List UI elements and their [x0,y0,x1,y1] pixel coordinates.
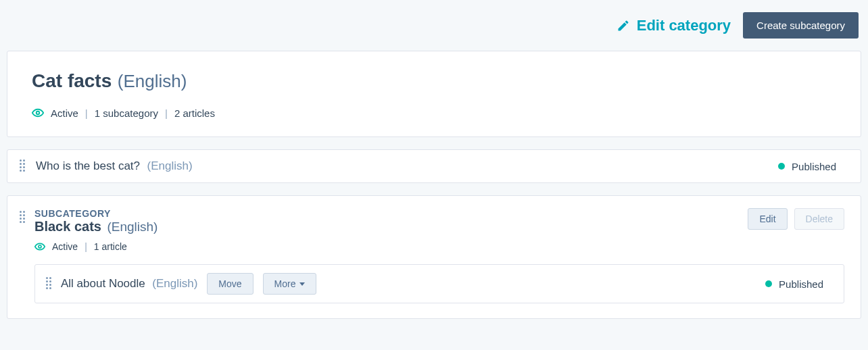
separator: | [85,107,88,119]
article-count: 2 articles [174,107,215,119]
more-button[interactable]: More [263,273,317,295]
article-language: (English) [147,159,192,172]
edit-category-link[interactable]: Edit category [617,17,731,34]
subcategory-status: Active [52,241,78,252]
chevron-down-icon [299,282,305,286]
edit-button[interactable]: Edit [748,208,787,230]
subcategory-title: Black cats [34,219,101,234]
nested-article-status: Published [765,278,823,290]
edit-category-label: Edit category [637,17,731,34]
svg-point-0 [37,111,40,115]
category-status: Active [51,107,78,119]
svg-point-1 [39,245,41,248]
drag-handle-icon[interactable] [20,211,25,224]
article-status: Published [778,161,836,172]
subcategory-info: SUBCATEGORY Black cats (English) Active … [34,208,158,252]
eye-icon [32,107,44,119]
delete-button[interactable]: Delete [794,208,844,230]
subcategory-title-wrap: Black cats (English) [34,219,158,234]
nested-article-title: All about Noodle [61,277,145,290]
subcategory-count: 1 subcategory [95,107,158,119]
subcategory-language: (English) [107,220,158,234]
nested-article-left: All about Noodle (English) Move More [46,273,316,295]
subcategory-meta: Active | 1 article [34,241,158,252]
article-title-wrap: Who is the best cat? (English) [36,159,193,173]
status-dot-icon [765,280,772,287]
category-heading: Cat facts (English) [32,70,836,92]
drag-handle-icon[interactable] [20,159,25,173]
category-meta: Active | 1 subcategory | 2 articles [32,107,836,119]
status-label: Published [779,278,823,290]
subcategory-actions: Edit Delete [748,208,844,230]
more-label: More [274,278,296,289]
status-label: Published [792,161,836,172]
nested-article-row[interactable]: All about Noodle (English) Move More Pub… [34,264,844,303]
pencil-icon [617,19,630,32]
article-title: Who is the best cat? [36,159,140,172]
drag-handle-icon[interactable] [46,277,51,291]
nested-article-language: (English) [152,277,197,290]
category-language: (English) [118,71,187,91]
header-actions: Edit category Create subcategory [7,7,861,51]
separator: | [85,241,87,252]
status-dot-icon [778,163,785,170]
subcategory-label: SUBCATEGORY [34,208,158,219]
category-card: Cat facts (English) Active | 1 subcatego… [7,51,861,137]
move-button[interactable]: Move [207,273,253,295]
create-subcategory-button[interactable]: Create subcategory [743,12,859,39]
subcategory-header: SUBCATEGORY Black cats (English) Active … [20,208,844,252]
category-title: Cat facts [32,70,112,91]
separator: | [165,107,168,119]
nested-article-title-wrap: All about Noodle (English) [61,277,197,291]
subcategory-article-count: 1 article [94,241,127,252]
article-left: Who is the best cat? (English) [20,159,193,173]
subcategory-header-left: SUBCATEGORY Black cats (English) Active … [20,208,158,252]
eye-icon [34,241,45,252]
subcategory-card: SUBCATEGORY Black cats (English) Active … [7,195,861,319]
article-row[interactable]: Who is the best cat? (English) Published [7,149,861,183]
